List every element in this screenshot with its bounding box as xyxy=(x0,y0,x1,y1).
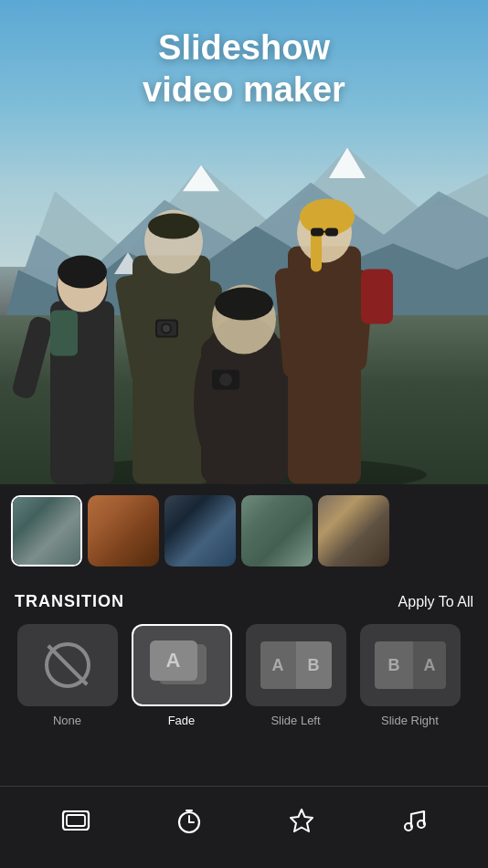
transition-fade-label: Fade xyxy=(168,714,196,727)
thumbnail-4[interactable] xyxy=(241,495,313,566)
transition-slide-right-icon: B A xyxy=(360,624,461,706)
star-icon xyxy=(288,807,315,839)
transition-section: TRANSITION Apply To All None A A Fade xyxy=(0,577,488,736)
svg-rect-18 xyxy=(201,338,288,484)
timer-icon xyxy=(175,807,203,839)
thumbnail-3[interactable] xyxy=(164,495,236,566)
thumbnail-1[interactable] xyxy=(11,495,82,566)
svg-point-20 xyxy=(215,288,273,321)
people-svg xyxy=(0,135,488,484)
hero-section: Slideshow video maker xyxy=(0,0,488,484)
slide-right-panel-a: A xyxy=(413,641,445,689)
toolbar-timer-button[interactable] xyxy=(161,799,217,846)
music-icon xyxy=(400,807,428,839)
transition-none-label: None xyxy=(53,714,81,727)
transition-fade-icon: A A xyxy=(132,624,232,706)
transition-slide-left-label: Slide Left xyxy=(271,714,320,727)
transition-none-icon xyxy=(17,624,118,706)
svg-point-11 xyxy=(58,256,107,289)
thumbnail-5[interactable] xyxy=(318,495,389,566)
svg-rect-9 xyxy=(11,315,54,400)
svg-rect-34 xyxy=(325,228,338,237)
toolbar-photos-button[interactable] xyxy=(47,799,105,847)
svg-rect-35 xyxy=(324,231,327,233)
transition-fade[interactable]: A A Fade xyxy=(129,624,234,727)
svg-rect-37 xyxy=(361,270,393,324)
transition-slide-left[interactable]: A B Slide Left xyxy=(243,624,348,727)
none-symbol xyxy=(45,642,90,688)
transition-options: None A A Fade A B Slide Left xyxy=(15,624,473,727)
fade-symbol: A A xyxy=(150,640,214,691)
transition-slide-left-icon: A B xyxy=(246,624,346,706)
transition-none[interactable]: None xyxy=(15,624,120,727)
slide-left-symbol: A B xyxy=(260,641,332,689)
svg-marker-46 xyxy=(291,810,313,831)
hero-title: Slideshow video maker xyxy=(0,27,488,111)
svg-rect-26 xyxy=(311,217,322,272)
apply-to-all-button[interactable]: Apply To All xyxy=(398,594,473,610)
svg-point-32 xyxy=(219,374,232,386)
svg-rect-36 xyxy=(50,311,78,356)
transition-slide-right-label: Slide Right xyxy=(381,714,439,727)
thumbnail-2[interactable] xyxy=(88,495,159,566)
slide-right-symbol: B A xyxy=(375,641,446,689)
bottom-toolbar xyxy=(0,786,488,868)
svg-rect-39 xyxy=(67,815,85,826)
photos-icon xyxy=(61,806,90,840)
transition-label: TRANSITION xyxy=(15,592,124,611)
toolbar-favorites-button[interactable] xyxy=(273,799,330,846)
thumbnail-strip xyxy=(0,484,488,577)
svg-point-30 xyxy=(163,325,170,333)
fade-card-front: A xyxy=(150,640,197,681)
svg-point-16 xyxy=(148,214,199,239)
svg-rect-33 xyxy=(311,228,324,237)
slide-right-panel-b: B xyxy=(375,641,414,689)
transition-slide-right[interactable]: B A Slide Right xyxy=(357,624,462,727)
transition-header: TRANSITION Apply To All xyxy=(15,592,473,611)
slide-left-panel-b: B xyxy=(296,641,332,689)
toolbar-music-button[interactable] xyxy=(386,799,442,846)
slide-left-panel-a: A xyxy=(260,641,296,689)
